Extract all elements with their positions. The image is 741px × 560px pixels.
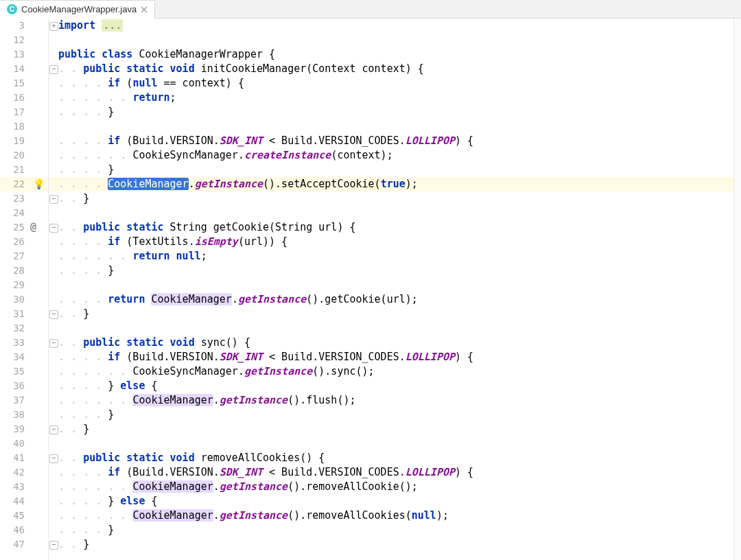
code-line[interactable]: . . . . }: [58, 408, 741, 422]
code-line[interactable]: . . . . . . return null;: [58, 249, 741, 264]
code-line[interactable]: . . }: [58, 422, 741, 436]
code-line[interactable]: . . . . } else {: [58, 379, 741, 393]
code-line[interactable]: . . public static void sync() {: [58, 336, 741, 350]
vertical-scrollbar[interactable]: [733, 19, 741, 560]
close-tab-icon[interactable]: [141, 6, 148, 13]
code-line[interactable]: [58, 278, 741, 292]
code-line[interactable]: . . . . }: [58, 523, 741, 537]
code-line[interactable]: . . public static String getCookie(Strin…: [58, 220, 741, 235]
line-number[interactable]: 35: [0, 364, 29, 379]
file-tab[interactable]: C CookieManagerWrapper.java: [0, 0, 155, 19]
tab-bar: C CookieManagerWrapper.java: [0, 0, 741, 19]
collapse-fold-icon[interactable]: −: [49, 224, 58, 233]
line-number[interactable]: 18: [0, 119, 29, 134]
intention-bulb-icon[interactable]: 💡: [33, 177, 45, 191]
code-line[interactable]: . . . . . . CookieSyncManager.createInst…: [58, 148, 741, 163]
line-number[interactable]: 16: [0, 91, 29, 105]
line-number[interactable]: 43: [0, 480, 29, 494]
line-number[interactable]: 46: [0, 523, 29, 537]
code-line[interactable]: . . public static void initCookieManager…: [58, 62, 741, 76]
line-number[interactable]: 12: [0, 33, 29, 47]
line-number[interactable]: 45: [0, 509, 29, 523]
line-number[interactable]: 34: [0, 350, 29, 364]
line-number[interactable]: 27: [0, 249, 29, 264]
code-line[interactable]: . . }: [58, 307, 741, 321]
code-line[interactable]: public class CookieManagerWrapper {: [58, 47, 741, 62]
code-line[interactable]: [58, 321, 741, 336]
code-line[interactable]: . . . . if (null == context) {: [58, 76, 741, 91]
line-number[interactable]: 44: [0, 494, 29, 509]
collapse-fold-icon[interactable]: −: [49, 195, 58, 204]
fold-column[interactable]: +−−−−−−−−: [49, 19, 58, 560]
line-number[interactable]: 20: [0, 148, 29, 163]
collapse-fold-icon[interactable]: −: [49, 65, 58, 74]
code-line[interactable]: import ...: [58, 19, 741, 33]
line-number[interactable]: 41: [0, 451, 29, 465]
line-number[interactable]: 32: [0, 321, 29, 336]
code-line[interactable]: . . }: [58, 537, 741, 552]
code-area[interactable]: import ...public class CookieManagerWrap…: [58, 19, 741, 560]
collapse-fold-icon[interactable]: −: [49, 454, 58, 463]
code-line[interactable]: . . . . . . CookieManager.getInstance().…: [58, 393, 741, 408]
code-line[interactable]: . . . . if (Build.VERSION.SDK_INT < Buil…: [58, 350, 741, 364]
line-number[interactable]: 23: [0, 191, 29, 206]
line-number[interactable]: 26: [0, 235, 29, 249]
collapse-fold-icon[interactable]: −: [49, 425, 58, 434]
line-number[interactable]: 30: [0, 292, 29, 307]
line-number[interactable]: 13: [0, 47, 29, 62]
editor: 3121314151617181920212223242526272829303…: [0, 19, 741, 560]
code-line[interactable]: . . . . }: [58, 264, 741, 278]
line-number[interactable]: 17: [0, 105, 29, 119]
line-number[interactable]: 39: [0, 422, 29, 436]
collapse-fold-icon[interactable]: −: [49, 541, 58, 550]
line-number[interactable]: 31: [0, 307, 29, 321]
code-line[interactable]: . . . . . . CookieManager.getInstance().…: [58, 480, 741, 494]
code-line[interactable]: . . . . if (TextUtils.isEmpty(url)) {: [58, 235, 741, 249]
line-number[interactable]: 37: [0, 393, 29, 408]
line-number[interactable]: 36: [0, 379, 29, 393]
line-number[interactable]: 33: [0, 336, 29, 350]
collapse-fold-icon[interactable]: −: [49, 339, 58, 348]
code-line[interactable]: . . . . } else {: [58, 494, 741, 509]
line-number[interactable]: 25: [0, 220, 29, 235]
code-line[interactable]: [58, 436, 741, 451]
code-line[interactable]: . . . . . . CookieManager.getInstance().…: [58, 509, 741, 523]
expand-fold-icon[interactable]: +: [49, 22, 58, 31]
code-line[interactable]: [58, 33, 741, 47]
code-line[interactable]: . . . . }: [58, 105, 741, 119]
code-line[interactable]: . . public static void removeAllCookies(…: [58, 451, 741, 465]
line-number[interactable]: 28: [0, 264, 29, 278]
line-number-gutter[interactable]: 3121314151617181920212223242526272829303…: [0, 19, 29, 560]
line-number[interactable]: 3: [0, 19, 29, 33]
collapse-fold-icon[interactable]: −: [49, 310, 58, 319]
line-number[interactable]: 19: [0, 134, 29, 148]
code-line[interactable]: . . . . if (Build.VERSION.SDK_INT < Buil…: [58, 134, 741, 148]
code-line[interactable]: . . }: [58, 191, 741, 206]
gutter-icons: 💡@: [29, 19, 49, 560]
line-number[interactable]: 40: [0, 436, 29, 451]
annotation-gutter-icon[interactable]: @: [30, 220, 36, 235]
line-number[interactable]: 24: [0, 206, 29, 220]
code-line[interactable]: [58, 119, 741, 134]
code-line[interactable]: . . . . return CookieManager.getInstance…: [58, 292, 741, 307]
code-line[interactable]: . . . . . . return;: [58, 91, 741, 105]
line-number[interactable]: 14: [0, 62, 29, 76]
class-file-icon: C: [7, 4, 17, 14]
code-line[interactable]: [58, 206, 741, 220]
line-number[interactable]: 47: [0, 537, 29, 552]
line-number[interactable]: 22: [0, 177, 29, 191]
code-line[interactable]: . . . . CookieManager.getInstance().setA…: [58, 177, 741, 191]
line-number[interactable]: 42: [0, 465, 29, 480]
line-number[interactable]: 21: [0, 163, 29, 177]
line-number[interactable]: 15: [0, 76, 29, 91]
line-number[interactable]: 38: [0, 408, 29, 422]
code-line[interactable]: . . . . . . CookieSyncManager.getInstanc…: [58, 364, 741, 379]
code-line[interactable]: . . . . }: [58, 163, 741, 177]
code-line[interactable]: . . . . if (Build.VERSION.SDK_INT < Buil…: [58, 465, 741, 480]
tab-filename: CookieManagerWrapper.java: [21, 4, 137, 14]
line-number[interactable]: 29: [0, 278, 29, 292]
